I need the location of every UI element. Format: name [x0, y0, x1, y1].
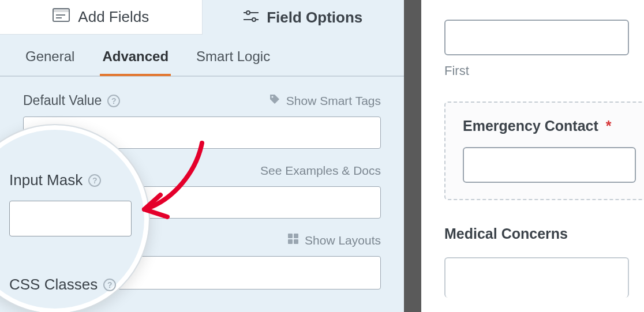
tab-add-fields-label: Add Fields — [78, 8, 149, 26]
emergency-contact-title: Emergency Contact * — [463, 118, 644, 134]
emergency-contact-fieldset: Emergency Contact * — [444, 102, 644, 200]
tab-field-options[interactable]: Field Options — [203, 0, 405, 35]
show-layouts-label: Show Layouts — [305, 234, 381, 247]
svg-rect-1 — [53, 9, 69, 12]
subtab-general[interactable]: General — [23, 48, 77, 76]
see-examples-link[interactable]: See Examples & Docs — [260, 164, 381, 178]
medical-concerns-textarea[interactable] — [444, 257, 629, 298]
emergency-contact-label: Emergency Contact — [463, 118, 598, 134]
see-examples-label: See Examples & Docs — [260, 164, 381, 178]
main-tabs: Add Fields Field Options — [0, 0, 404, 35]
form-preview: First Emergency Contact * Medical Concer… — [421, 0, 644, 312]
magnified-css-classes-label-wrap: CSS Classes ? — [9, 276, 132, 294]
tab-add-fields[interactable]: Add Fields — [0, 0, 203, 35]
grid-icon — [287, 233, 299, 247]
tab-field-options-label: Field Options — [267, 9, 362, 27]
svg-rect-10 — [294, 234, 298, 238]
default-value-label-wrap: Default Value ? — [23, 93, 120, 108]
emergency-contact-input[interactable] — [463, 147, 636, 183]
sliders-icon — [244, 9, 259, 27]
first-name-sublabel: First — [444, 63, 644, 78]
medical-concerns-title: Medical Concerns — [444, 225, 644, 242]
tag-icon — [269, 93, 280, 108]
sub-tabs: General Advanced Smart Logic — [0, 35, 404, 77]
show-layouts-link[interactable]: Show Layouts — [287, 233, 381, 247]
panel-divider — [404, 0, 421, 312]
show-smart-tags-link[interactable]: Show Smart Tags — [269, 93, 381, 108]
form-icon — [53, 8, 70, 26]
default-value-label: Default Value — [23, 93, 102, 108]
svg-point-7 — [252, 18, 256, 21]
svg-rect-12 — [294, 239, 298, 244]
svg-rect-11 — [288, 239, 293, 244]
magnified-input-mask-input — [9, 201, 132, 236]
magnified-input-mask-label-wrap: Input Mask ? — [9, 171, 132, 189]
help-icon: ? — [103, 279, 116, 291]
help-icon: ? — [88, 174, 101, 187]
svg-rect-9 — [288, 234, 293, 238]
show-smart-tags-label: Show Smart Tags — [286, 94, 381, 108]
subtab-advanced[interactable]: Advanced — [100, 48, 171, 76]
first-name-input[interactable] — [444, 20, 629, 55]
sidebar-panel: Add Fields Field Options General Advance… — [0, 0, 404, 312]
magnified-input-mask-label: Input Mask — [9, 171, 83, 189]
help-icon[interactable]: ? — [107, 95, 120, 107]
svg-point-8 — [271, 96, 273, 97]
magnified-css-classes-label: CSS Classes — [9, 276, 98, 294]
required-star: * — [606, 118, 612, 134]
app-root: Add Fields Field Options General Advance… — [0, 0, 644, 312]
svg-point-5 — [246, 11, 250, 14]
subtab-smart-logic[interactable]: Smart Logic — [194, 48, 272, 76]
